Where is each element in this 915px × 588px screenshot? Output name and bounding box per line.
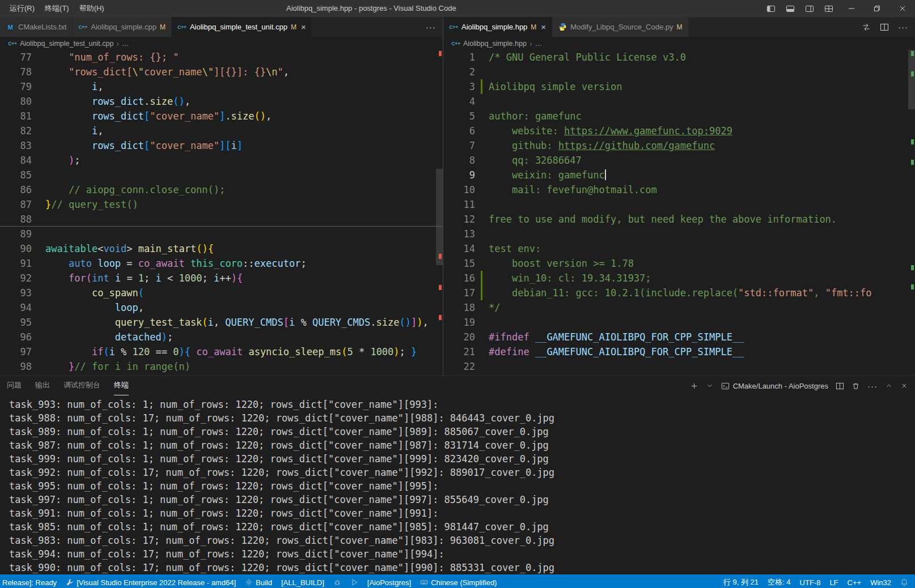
code-line-18[interactable]: 18*/: [443, 300, 915, 315]
close-panel-icon[interactable]: [900, 382, 908, 390]
more-actions-icon[interactable]: ···: [426, 22, 436, 32]
breadcrumb-file[interactable]: Aiolibpq_simple.hpp: [463, 40, 527, 48]
code-line-22[interactable]: 22: [443, 359, 915, 374]
eol-status[interactable]: LF: [825, 574, 842, 588]
more-actions-icon[interactable]: ···: [898, 22, 908, 32]
ime-indicator[interactable]: Chinese (Simplified): [416, 574, 501, 588]
code-line-8[interactable]: 8 qq: 32686647: [443, 153, 915, 168]
cmake-launch-target[interactable]: [AioPostgres]: [363, 574, 416, 588]
cmake-kit-selector[interactable]: [Visual Studio Enterprise 2022 Release -…: [61, 574, 240, 588]
cursor-position[interactable]: 行 9, 列 21: [719, 574, 763, 588]
terminal-output[interactable]: task_993: num_of_cols: 1; num_of_rows: 1…: [0, 395, 915, 574]
tab-modify-libpq-source-code-py[interactable]: Modify_Libpq_Source_Code.py M: [552, 17, 688, 37]
tab-aiolibpq-simple-test-unit-cpp[interactable]: C++ Aiolibpq_simple_test_unit.cpp M ×: [172, 17, 312, 37]
indentation-status[interactable]: 空格: 4: [763, 574, 795, 588]
code-line-4[interactable]: 4: [443, 94, 915, 109]
breadcrumb-right[interactable]: C++ Aiolibpq_simple.hpp › …: [443, 37, 915, 50]
active-terminal-item[interactable]: CMake/Launch - AioPostgres: [721, 382, 828, 390]
code-line-91[interactable]: 91 auto loop = co_await this_coro::execu…: [0, 256, 443, 271]
code-line-16[interactable]: 16 win_10: cl: 19.34.31937;: [443, 271, 915, 286]
menu-run[interactable]: 运行(R): [5, 0, 40, 17]
code-editor-right[interactable]: 1/* GNU General Public License v3.023Aio…: [443, 50, 915, 376]
panel-tab-output[interactable]: 输出: [35, 376, 50, 395]
code-line-80[interactable]: 80 rows_dict.size(),: [0, 94, 443, 109]
code-line-11[interactable]: 11: [443, 197, 915, 212]
cmake-build-target[interactable]: [ALL_BUILD]: [277, 574, 329, 588]
code-line-97[interactable]: 97 if(i % 120 == 0){ co_await asyncio_sl…: [0, 344, 443, 359]
code-line-14[interactable]: 14test env:: [443, 241, 915, 256]
toggle-secondary-sidebar-icon[interactable]: [800, 0, 819, 17]
code-line-90[interactable]: 90awaitable<void> main_start(){: [0, 241, 443, 256]
code-line-20[interactable]: 20#ifndef __GAMEFUNC_AIOLIBPQ_FOR_CPP_SI…: [443, 330, 915, 344]
code-line-6[interactable]: 6 website: https://www.gamefunc.top:9029: [443, 123, 915, 138]
code-line-19[interactable]: 19: [443, 315, 915, 330]
notifications-bell[interactable]: [896, 574, 915, 588]
code-line-93[interactable]: 93 co_spawn(: [0, 286, 443, 300]
code-line-95[interactable]: 95 query_test_task(i, QUERY_CMDS[i % QUE…: [0, 315, 443, 330]
restore-button[interactable]: [864, 0, 889, 17]
breadcrumb-left[interactable]: C++ Aiolibpq_simple_test_unit.cpp › …: [0, 37, 443, 50]
encoding-status[interactable]: UTF-8: [795, 574, 825, 588]
code-line-1[interactable]: 1/* GNU General Public License v3.0: [443, 50, 915, 65]
panel-more-actions-icon[interactable]: ···: [867, 381, 878, 391]
code-line-12[interactable]: 12free to use and modify, but need keep …: [443, 212, 915, 227]
code-line-96[interactable]: 96 detached);: [0, 330, 443, 344]
code-line-10[interactable]: 10 mail: fevefun@hotmail.com: [443, 182, 915, 197]
code-line-82[interactable]: 82 i,: [0, 123, 443, 138]
code-line-13[interactable]: 13: [443, 227, 915, 241]
code-line-88[interactable]: 88: [0, 212, 443, 227]
tab-aiolibpq-simple-hpp[interactable]: C++ Aiolibpq_simple.hpp M ×: [443, 17, 552, 37]
breadcrumb-symbol[interactable]: …: [535, 40, 543, 48]
tab-cmakelists[interactable]: M CMakeLists.txt: [0, 17, 73, 37]
breadcrumb-symbol[interactable]: …: [122, 40, 129, 48]
code-line-98[interactable]: 98 }// for i in range(n): [0, 359, 443, 374]
code-line-86[interactable]: 86 // aiopg_conn.close_conn();: [0, 182, 443, 197]
code-line-3[interactable]: 3Aiolibpq simple version: [443, 79, 915, 94]
code-line-85[interactable]: 85: [0, 168, 443, 182]
code-line-87[interactable]: 87}// query_test(): [0, 197, 443, 212]
panel-tab-terminal[interactable]: 终端: [114, 376, 129, 395]
close-tab-icon[interactable]: ×: [541, 23, 546, 31]
code-line-79[interactable]: 79 i,: [0, 79, 443, 94]
close-tab-icon[interactable]: ×: [301, 23, 306, 31]
code-line-83[interactable]: 83 rows_dict["cover_name"][i]: [0, 138, 443, 153]
customize-layout-icon[interactable]: [819, 0, 838, 17]
minimize-button[interactable]: [838, 0, 864, 17]
scrollbar-left-editor[interactable]: [436, 169, 443, 265]
split-editor-icon[interactable]: [880, 23, 889, 32]
code-line-78[interactable]: 78 "rows_dict[\"cover_name\"][{}]: {}\n"…: [0, 65, 443, 79]
toggle-sidebar-icon[interactable]: [761, 0, 781, 17]
code-line-17[interactable]: 17 debian_11: gcc: 10.2.1(include.replac…: [443, 286, 915, 300]
code-line-7[interactable]: 7 github: https://github.com/gamefunc: [443, 138, 915, 153]
cmake-variant-status[interactable]: Release]: Ready: [0, 574, 61, 588]
code-line-2[interactable]: 2: [443, 65, 915, 79]
kill-terminal-icon[interactable]: [852, 382, 860, 390]
toggle-panel-icon[interactable]: [781, 0, 800, 17]
scrollbar-right-editor[interactable]: [908, 50, 915, 109]
panel-tab-problems[interactable]: 问题: [7, 376, 22, 395]
code-line-92[interactable]: 92 for(int i = 1; i < 1000; i++){: [0, 271, 443, 286]
tab-aiolibpq-simple-cpp[interactable]: C++ Aiolibpq_simple.cpp M: [73, 17, 172, 37]
code-line-84[interactable]: 84 );: [0, 153, 443, 168]
code-line-5[interactable]: 5author: gamefunc: [443, 109, 915, 123]
split-terminal-icon[interactable]: [836, 382, 844, 390]
new-terminal-icon[interactable]: [690, 382, 698, 390]
breadcrumb-file[interactable]: Aiolibpq_simple_test_unit.cpp: [20, 40, 113, 48]
code-line-81[interactable]: 81 rows_dict["cover_name"].size(),: [0, 109, 443, 123]
menu-terminal[interactable]: 终端(T): [40, 0, 74, 17]
cmake-launch-button[interactable]: [346, 574, 363, 588]
cmake-debug-button[interactable]: [329, 574, 346, 588]
close-window-button[interactable]: [889, 0, 915, 17]
code-line-21[interactable]: 21#define __GAMEFUNC_AIOLIBPQ_FOR_CPP_SI…: [443, 344, 915, 359]
language-mode[interactable]: C++: [843, 574, 866, 588]
panel-tab-debug-console[interactable]: 调试控制台: [63, 376, 100, 395]
terminal-dropdown-icon[interactable]: [706, 382, 714, 390]
code-editor-left[interactable]: 77 "num_of_rows: {}; "78 "rows_dict[\"co…: [0, 50, 443, 376]
code-line-89[interactable]: 89: [0, 227, 443, 241]
code-line-15[interactable]: 15 boost version >= 1.78: [443, 256, 915, 271]
maximize-panel-icon[interactable]: [885, 382, 893, 390]
open-changes-icon[interactable]: [862, 23, 871, 32]
code-line-94[interactable]: 94 loop,: [0, 300, 443, 315]
menu-help[interactable]: 帮助(H): [74, 0, 109, 17]
cmake-build-button[interactable]: Build: [240, 574, 277, 588]
